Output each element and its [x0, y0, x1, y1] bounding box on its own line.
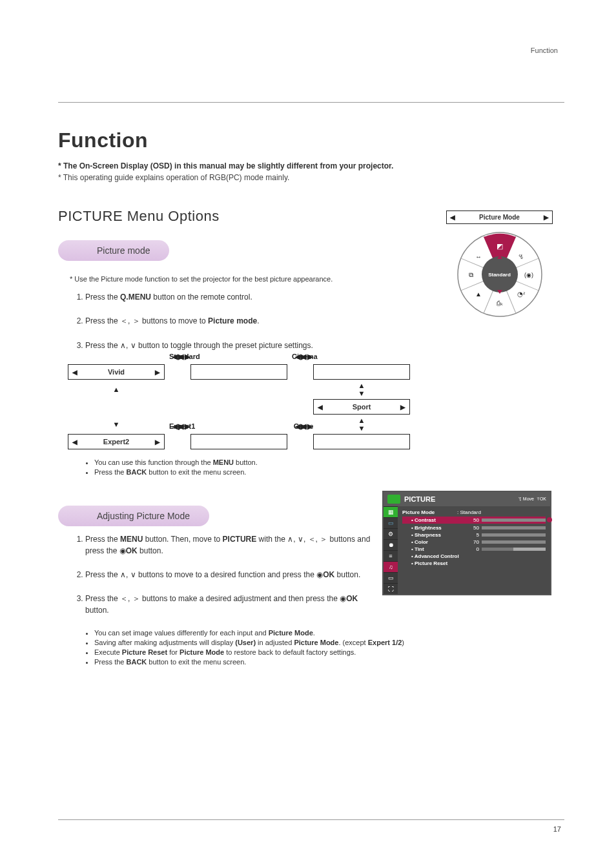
- right-arrow-icon: ▶: [540, 214, 552, 221]
- header-section-label: Function: [531, 46, 558, 54]
- svg-text:▲: ▲: [475, 291, 482, 298]
- svg-text:⧉: ⧉: [468, 271, 473, 278]
- v-arrow-icon: ▲▼: [313, 380, 410, 399]
- svg-text:◔ᶻ: ◔ᶻ: [517, 291, 525, 298]
- intro-note: * This operating guide explains operatio…: [58, 173, 564, 182]
- mode-game: ◀—▶◀Game▶: [313, 434, 410, 449]
- top-divider: [58, 102, 564, 103]
- sidebar-icon: ▭: [384, 572, 398, 583]
- sidebar-icon: ⛶: [384, 583, 398, 594]
- picture-mode-heading: Picture mode: [58, 240, 169, 261]
- intro-bold: * The On-Screen Display (OSD) in this ma…: [58, 161, 564, 170]
- sidebar-icon: ⚙: [384, 528, 398, 539]
- osd-item-contrast: • Contrast 50: [402, 517, 546, 524]
- quick-menu-wheel: ◀ Picture Mode ▶ ◩: [446, 211, 553, 320]
- sidebar-icon: ⏺: [384, 539, 398, 550]
- osd-item-tint: • Tint 0: [402, 546, 546, 552]
- osd-item-brightness: • Brightness 50: [402, 525, 546, 531]
- svg-text:⎙ₖ: ⎙ₖ: [497, 300, 503, 307]
- sidebar-icon: ≡: [384, 550, 398, 561]
- mode-vivid: ◀Vivid▶: [68, 364, 165, 380]
- page-title: Function: [58, 128, 564, 152]
- osd-picture-menu: PICTURE ꔂ Move ꔉOK ▦ ▭ ⚙ ⏺ ≡ ♫ ▭ ⛶ Pictu…: [382, 491, 551, 595]
- osd-icon: [387, 495, 400, 504]
- osd-item-color: • Color 70: [402, 539, 546, 545]
- picture-mode-steps: Press the Q.MENU button on the remote co…: [58, 292, 426, 351]
- sidebar-picture-icon: ▦: [384, 506, 398, 517]
- svg-text:◩: ◩: [497, 242, 503, 250]
- picture-mode-bullets: You can use this function through the ME…: [58, 458, 426, 476]
- step-1: Press the Q.MENU button on the remote co…: [85, 292, 426, 303]
- mode-expert2: ◀Expert2▶: [68, 434, 165, 449]
- mode-sport: ◀Sport▶: [313, 399, 410, 415]
- svg-text:(◉): (◉): [524, 272, 533, 278]
- sidebar-icon: ♫: [384, 561, 398, 572]
- mode-cinema: ◀—▶◀Cinema▶: [313, 364, 410, 380]
- sidebar-icon: ▭: [384, 517, 398, 528]
- adjusting-bullets: You can set image values differently for…: [58, 629, 564, 666]
- osd-item-advanced: • Advanced Control: [402, 553, 546, 559]
- mode-expert1: ◀—▶◀Expert1▶: [190, 434, 287, 449]
- v-arrow-icon: ▲: [68, 380, 165, 399]
- mode-cycle-diagram: ◀Vivid▶ ◀—▶◀Standard▶ ◀—▶◀Cinema▶ ▲ ▲▼ ◀…: [68, 364, 426, 449]
- v-arrow-icon: ▲▼: [313, 415, 410, 434]
- left-arrow-icon: ◀: [447, 214, 458, 221]
- adjusting-steps: Press the MENU button. Then, move to PIC…: [58, 534, 376, 616]
- v-arrow-icon: ▼: [68, 415, 165, 434]
- page-number: 17: [553, 825, 561, 833]
- svg-text:ꔈ: ꔈ: [518, 253, 524, 260]
- osd-title: PICTURE: [404, 495, 518, 503]
- osd-item-sharpness: • Sharpness 5: [402, 532, 546, 538]
- footer-divider: [58, 819, 564, 820]
- adjusting-picture-mode-heading: Adjusting Picture Mode: [58, 506, 209, 526]
- mode-standard: ◀—▶◀Standard▶: [190, 364, 287, 380]
- svg-text:↔: ↔: [475, 253, 482, 260]
- osd-item-reset: • Picture Reset: [402, 560, 546, 566]
- wheel-selected-label: Standard: [488, 272, 511, 278]
- osd-sidebar: ▦ ▭ ⚙ ⏺ ≡ ♫ ▭ ⛶: [384, 506, 398, 594]
- step-2: Press the ＜, ＞ buttons to move to Pictur…: [85, 316, 426, 327]
- step-3: Press the ∧, ∨ button to toggle through …: [85, 340, 426, 351]
